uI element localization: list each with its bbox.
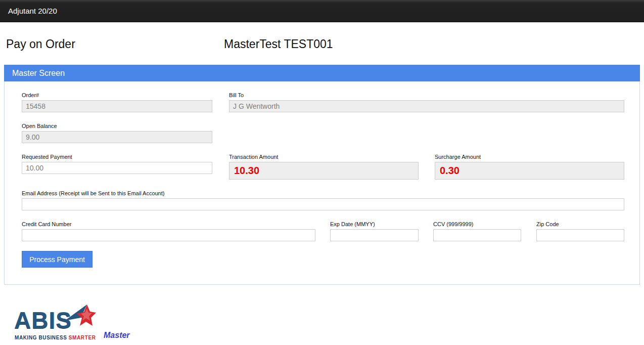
email-label: Email Address (Receipt will be Sent to t… — [22, 190, 164, 196]
abis-tagline-primary: MAKING BUSINESS — [15, 335, 69, 340]
app-name-master: Master — [104, 331, 130, 340]
transaction-amount-value: 10.30 — [229, 162, 419, 180]
transaction-amount-label: Transaction Amount — [229, 154, 278, 160]
process-payment-button[interactable]: Process Payment — [22, 251, 93, 268]
abis-tagline-accent: SMARTER — [69, 335, 96, 340]
exp-date-input[interactable] — [330, 229, 419, 241]
page-title: Pay on Order — [6, 37, 75, 51]
navbar-brand[interactable]: Adjutant 20/20 — [0, 7, 57, 15]
surcharge-amount-value: 0.30 — [435, 162, 624, 180]
ccv-input[interactable] — [433, 229, 521, 241]
email-input[interactable] — [22, 198, 624, 210]
page-subtitle: MasterTest TEST001 — [224, 37, 333, 51]
abis-logo-text: ABIS — [14, 307, 72, 334]
exp-date-label: Exp Date (MMYY) — [330, 221, 375, 227]
bill-to-field — [229, 100, 624, 112]
bill-to-label: Bill To — [229, 92, 244, 98]
zip-code-input[interactable] — [536, 229, 624, 241]
pay-on-order-page: Adjutant 20/20 Pay on Order MasterTest T… — [0, 0, 644, 345]
order-number-label: Order# — [22, 92, 39, 98]
open-balance-label: Open Balance — [22, 123, 57, 129]
panel-header: Master Screen — [4, 65, 640, 81]
ccv-label: CCV (999/9999) — [433, 221, 474, 227]
abis-tagline: MAKING BUSINESS SMARTER — [15, 335, 96, 340]
zip-code-label: Zip Code — [536, 221, 559, 227]
credit-card-number-input[interactable] — [22, 229, 315, 241]
order-number-field — [22, 100, 212, 112]
requested-payment-input[interactable] — [22, 162, 212, 174]
requested-payment-label: Requested Payment — [22, 154, 72, 160]
surcharge-amount-label: Surcharge Amount — [435, 154, 481, 160]
open-balance-field — [22, 131, 212, 143]
credit-card-number-label: Credit Card Number — [22, 221, 71, 227]
navbar: Adjutant 20/20 — [0, 0, 644, 22]
